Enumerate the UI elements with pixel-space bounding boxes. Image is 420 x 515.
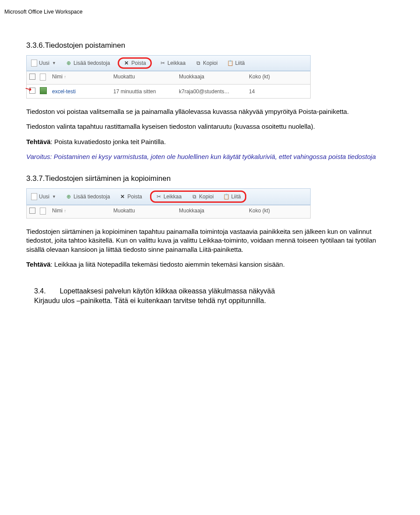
cut-button-2[interactable]: ✂ Leikkaa	[154, 193, 183, 201]
delete-label-2: Poista	[127, 194, 142, 200]
copy-button[interactable]: ⧉ Kopioi	[193, 59, 219, 67]
toolbar-screenshot-2: Uusi ▼ ⊕ Lisää tiedostoja ✕ Poista ✂ Lei…	[26, 188, 311, 219]
cut-label-2: Leikkaa	[164, 194, 182, 200]
excel-icon	[40, 87, 47, 94]
col-editor-2[interactable]: Muokkaaja	[179, 208, 249, 216]
clipboard-icon: 📋	[223, 194, 229, 200]
delete-icon: ✕	[119, 194, 126, 200]
delete-label: Poista	[131, 60, 146, 66]
row-modified: 17 minuuttia sitten	[113, 88, 179, 95]
copy-label-2: Kopioi	[199, 194, 214, 200]
copy-button-2[interactable]: ⧉ Kopioi	[189, 193, 215, 201]
add-files-button-2[interactable]: ⊕ Lisää tiedostoja	[64, 193, 112, 201]
circled-delete: ✕ Poista	[118, 57, 151, 69]
dropdown-caret-icon: ▼	[52, 61, 56, 65]
task-label-2: Tehtävä	[26, 261, 51, 268]
col-size[interactable]: Koko (kt)	[249, 74, 293, 82]
task-text: : Poista kuvatiedosto jonka teit Paintil…	[51, 138, 166, 145]
section-336-warning: Varoitus: Poistaminen ei kysy varmistust…	[26, 152, 394, 161]
circled-cut-copy-paste: ✂ Leikkaa ⧉ Kopioi 📋 Liitä	[150, 190, 247, 203]
section-336-para2: Tiedoston valinta tapahtuu rastittamalla…	[26, 122, 394, 131]
section-34-text1: Lopettaaksesi palvelun käytön klikkaa oi…	[60, 287, 275, 295]
document-icon	[31, 60, 37, 66]
scissors-icon: ✂	[160, 60, 166, 66]
col-name-2[interactable]: Nimi ↑	[52, 208, 113, 216]
copy-icon: ⧉	[195, 60, 201, 66]
paste-button-2[interactable]: 📋 Liitä	[221, 193, 242, 201]
section-337-heading: 3.3.7.Tiedostojen siirtäminen ja kopioim…	[26, 174, 394, 183]
section-337-task: Tehtävä: Leikkaa ja liitä Notepadilla te…	[26, 260, 394, 269]
new-label-2: Uusi	[39, 194, 49, 200]
row-name[interactable]: excel-testi	[52, 88, 113, 95]
file-list-header-2: Nimi ↑ Muokattu Muokkaaja Koko (kt)	[26, 205, 311, 219]
delete-icon: ✕	[123, 60, 130, 66]
clipboard-icon: 📋	[227, 60, 233, 66]
row-size: 14	[249, 88, 293, 95]
section-336-para1: Tiedoston voi poistaa valitsemalla se ja…	[26, 107, 394, 116]
section-337-para1: Tiedostojen siirtäminen ja kopioiminen t…	[26, 227, 394, 254]
cut-label: Leikkaa	[168, 60, 186, 66]
row-editor: k7raja00@students…	[179, 88, 249, 95]
new-button-2[interactable]: Uusi ▼	[29, 193, 58, 201]
section-34-number: 3.4.	[34, 286, 58, 296]
copy-label: Kopioi	[203, 60, 217, 66]
add-files-label-2: Lisää tiedostoja	[74, 194, 110, 200]
delete-button[interactable]: ✕ Poista	[122, 59, 147, 67]
col-check[interactable]	[29, 74, 40, 82]
file-list-header: Nimi ↑ Muokattu Muokkaaja Koko (kt)	[26, 71, 311, 85]
paste-button[interactable]: 📋 Liitä	[225, 59, 246, 67]
paste-label: Liitä	[235, 60, 245, 66]
new-button[interactable]: Uusi ▼	[29, 59, 58, 67]
task-label: Tehtävä	[26, 138, 51, 145]
col-editor[interactable]: Muokkaaja	[179, 74, 249, 82]
dropdown-caret-icon: ▼	[52, 194, 56, 199]
task-text-2: : Leikkaa ja liitä Notepadilla tekemäsi …	[51, 261, 285, 268]
section-34-text2: Kirjaudu ulos –painiketta. Tätä ei kuite…	[34, 297, 266, 304]
scissors-icon: ✂	[156, 194, 162, 200]
col-size-2[interactable]: Koko (kt)	[249, 208, 293, 216]
col-icon	[40, 74, 52, 82]
col-check-2[interactable]	[29, 208, 40, 216]
add-file-icon: ⊕	[66, 60, 72, 66]
section-336-task: Tehtävä: Poista kuvatiedosto jonka teit …	[26, 138, 394, 146]
col-name[interactable]: Nimi ↑	[52, 74, 113, 82]
col-icon-2	[40, 208, 52, 216]
toolbar-2: Uusi ▼ ⊕ Lisää tiedostoja ✕ Poista ✂ Lei…	[26, 188, 311, 205]
document-icon	[31, 194, 37, 200]
toolbar-screenshot-1: Uusi ▼ ⊕ Lisää tiedostoja ✕ Poista ✂ Lei…	[26, 55, 311, 99]
sort-asc-icon: ↑	[64, 208, 66, 213]
section-336-heading: 3.3.6.Tiedostojen poistaminen	[26, 41, 394, 50]
page-header: Microsoft Office Live Workspace	[4, 9, 394, 15]
row-icon	[40, 87, 52, 95]
toolbar: Uusi ▼ ⊕ Lisää tiedostoja ✕ Poista ✂ Lei…	[26, 55, 311, 71]
delete-button-2[interactable]: ✕ Poista	[118, 193, 144, 201]
col-modified-2[interactable]: Muokattu	[113, 208, 179, 216]
paste-label-2: Liitä	[231, 194, 241, 200]
copy-icon: ⧉	[191, 194, 197, 200]
file-row[interactable]: ↘ excel-testi 17 minuuttia sitten k7raja…	[26, 85, 311, 99]
section-34: 3.4. Lopettaaksesi palvelun käytön klikk…	[34, 286, 394, 305]
add-file-icon: ⊕	[66, 194, 72, 200]
add-files-label: Lisää tiedostoja	[74, 60, 110, 66]
new-label: Uusi	[39, 60, 49, 66]
row-check[interactable]: ↘	[29, 88, 40, 95]
sort-asc-icon: ↑	[64, 74, 66, 79]
col-modified[interactable]: Muokattu	[113, 74, 179, 82]
cut-button[interactable]: ✂ Leikkaa	[158, 59, 187, 67]
add-files-button[interactable]: ⊕ Lisää tiedostoja	[64, 59, 112, 67]
